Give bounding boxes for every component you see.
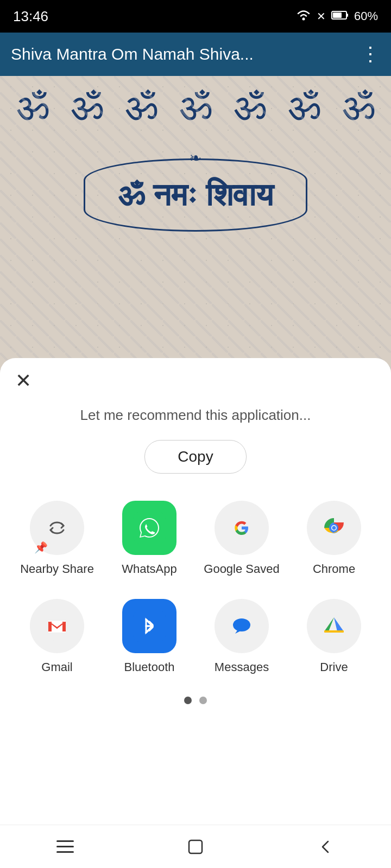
app-messages[interactable]: Messages bbox=[201, 599, 282, 675]
chrome-icon bbox=[307, 501, 361, 555]
status-bar: 13:46 ✕ 60% bbox=[0, 0, 391, 33]
app-nearby-share[interactable]: 📌 Nearby Share bbox=[16, 501, 98, 577]
nearby-share-label: Nearby Share bbox=[20, 561, 94, 577]
gmail-icon bbox=[30, 599, 84, 653]
bluetooth-icon bbox=[122, 599, 176, 653]
gmail-label: Gmail bbox=[41, 660, 72, 675]
om-symbol-3: ॐ bbox=[125, 87, 157, 126]
close-button[interactable]: ✕ bbox=[15, 371, 31, 391]
signal-x-icon: ✕ bbox=[317, 10, 326, 23]
whatsapp-label: WhatsApp bbox=[122, 561, 177, 577]
nav-home-button[interactable] bbox=[174, 825, 217, 869]
app-gmail[interactable]: Gmail bbox=[16, 599, 98, 675]
app-whatsapp[interactable]: WhatsApp bbox=[109, 501, 190, 577]
drive-icon bbox=[307, 599, 361, 653]
om-symbol-1: ॐ bbox=[16, 87, 49, 126]
nearby-share-icon: 📌 bbox=[30, 501, 84, 555]
app-bar: Shiva Mantra Om Namah Shiva... ⋮ bbox=[0, 33, 391, 76]
content-area: ॐ ॐ ॐ ॐ ॐ ॐ ॐ ❧ ॐ नमः शिवाय bbox=[0, 76, 391, 374]
drive-label: Drive bbox=[320, 660, 348, 675]
svg-point-4 bbox=[42, 513, 72, 543]
page-dot-2 bbox=[199, 697, 207, 704]
battery-icon bbox=[331, 9, 349, 23]
app-google-saved[interactable]: Google Saved bbox=[201, 501, 282, 577]
om-symbol-4: ॐ bbox=[179, 87, 212, 126]
svg-rect-27 bbox=[56, 851, 74, 853]
copy-button[interactable]: Copy bbox=[144, 440, 246, 474]
wifi-icon bbox=[296, 9, 311, 24]
svg-point-19 bbox=[319, 611, 349, 641]
om-symbols-row: ॐ ॐ ॐ ॐ ॐ ॐ ॐ bbox=[0, 76, 391, 126]
mantra-text: ॐ नमः शिवाय bbox=[118, 176, 273, 214]
google-icon bbox=[215, 501, 269, 555]
om-symbol-2: ॐ bbox=[71, 87, 103, 126]
nav-back-button[interactable] bbox=[304, 825, 348, 869]
svg-rect-2 bbox=[333, 12, 342, 18]
om-symbol-6: ॐ bbox=[288, 87, 320, 126]
app-row-1: 📌 Nearby Share WhatsApp bbox=[11, 495, 380, 593]
app-grid: 📌 Nearby Share WhatsApp bbox=[0, 495, 391, 691]
app-bluetooth[interactable]: Bluetooth bbox=[109, 599, 190, 675]
nav-menu-button[interactable] bbox=[43, 825, 87, 869]
svg-point-17 bbox=[233, 618, 250, 631]
page-dot-1 bbox=[184, 697, 192, 704]
svg-rect-28 bbox=[189, 840, 202, 853]
svg-rect-25 bbox=[56, 840, 74, 842]
status-time: 13:46 bbox=[13, 8, 48, 25]
svg-rect-26 bbox=[56, 846, 74, 847]
om-symbol-7: ॐ bbox=[342, 87, 375, 126]
app-title: Shiva Mantra Om Namah Shiva... bbox=[11, 45, 361, 63]
svg-point-0 bbox=[302, 18, 305, 21]
svg-point-11 bbox=[332, 526, 336, 530]
bluetooth-label: Bluetooth bbox=[124, 660, 175, 675]
nearby-pin-icon: 📌 bbox=[34, 541, 48, 554]
google-saved-label: Google Saved bbox=[204, 561, 279, 577]
chrome-label: Chrome bbox=[313, 561, 355, 577]
om-symbol-5: ॐ bbox=[234, 87, 266, 126]
battery-percentage: 60% bbox=[354, 9, 378, 23]
app-chrome[interactable]: Chrome bbox=[293, 501, 375, 577]
menu-icon[interactable]: ⋮ bbox=[361, 43, 380, 66]
app-drive[interactable]: Drive bbox=[293, 599, 375, 675]
page-indicators bbox=[184, 697, 207, 704]
status-icons: ✕ 60% bbox=[296, 9, 378, 24]
whatsapp-icon bbox=[122, 501, 176, 555]
share-sheet: ✕ Let me recommend this application... C… bbox=[0, 358, 391, 868]
messages-icon bbox=[215, 599, 269, 653]
app-row-2: Gmail Bluetooth bbox=[11, 593, 380, 692]
svg-rect-24 bbox=[324, 630, 344, 633]
share-text: Let me recommend this application... bbox=[59, 407, 333, 424]
nav-bar bbox=[0, 825, 391, 868]
messages-label: Messages bbox=[215, 660, 269, 675]
svg-rect-3 bbox=[347, 14, 348, 17]
